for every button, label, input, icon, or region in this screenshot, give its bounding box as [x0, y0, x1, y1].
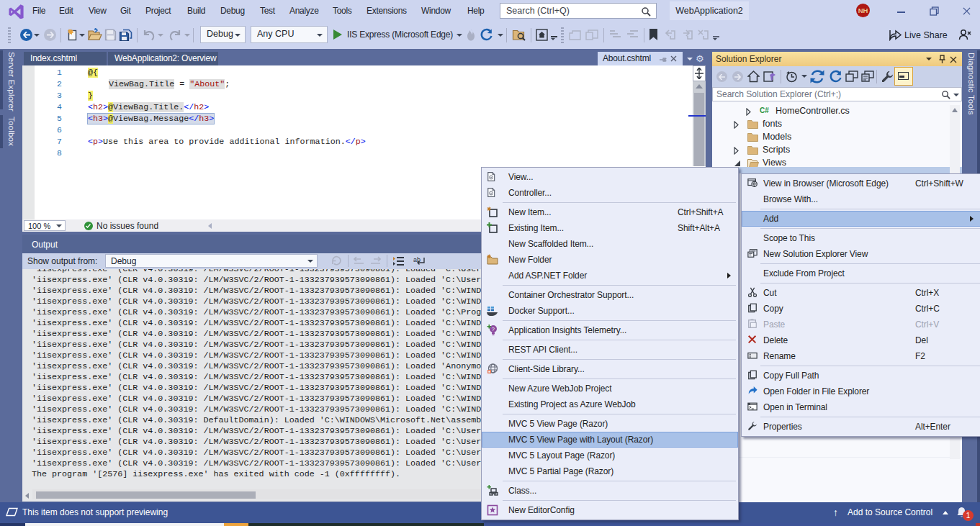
svg-text:?: ?	[492, 326, 495, 332]
